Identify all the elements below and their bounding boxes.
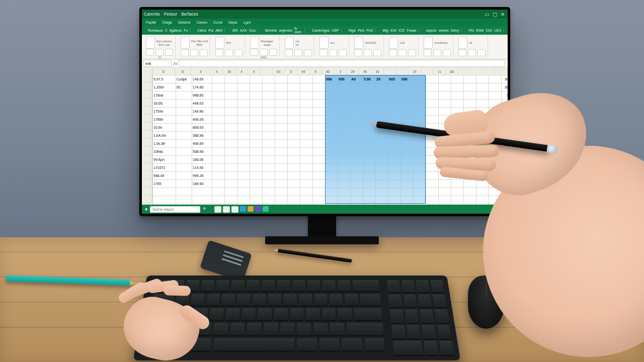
ribbon-secondary-item[interactable]: supors — [426, 29, 437, 32]
ribbon-button[interactable] — [155, 49, 164, 56]
cell[interactable]: 600 — [338, 75, 350, 83]
cell[interactable]: 1.200n — [152, 83, 176, 91]
view-page-layout-button[interactable] — [223, 206, 230, 213]
ribbon-secondary-item[interactable]: ICD — [398, 29, 405, 32]
cell[interactable]: 3.90 — [363, 75, 375, 83]
cell[interactable] — [176, 147, 192, 155]
ribbon-secondary-item[interactable]: Fo — [184, 29, 188, 32]
ribbon-button[interactable] — [285, 49, 293, 56]
tab-caves[interactable]: Caves — [197, 20, 207, 25]
worksheet-area[interactable]: DD443848E60646A03286600191118l 088600A03… — [142, 68, 508, 205]
tab-fapile[interactable]: Fapile — [146, 20, 156, 25]
column-header[interactable]: 00 — [372, 68, 384, 75]
column-header[interactable]: 64 — [297, 68, 310, 75]
ribbon-secondary-item[interactable]: anjemes — [279, 29, 292, 32]
ribbon-button[interactable] — [304, 49, 312, 56]
ribbon-button[interactable] — [146, 49, 154, 56]
cell[interactable]: 171072 — [152, 163, 176, 171]
cell[interactable] — [176, 139, 192, 147]
cell[interactable] — [176, 91, 192, 99]
tray-chip-2[interactable] — [248, 206, 254, 212]
ribbon-secondary-item[interactable]: PeS — [358, 29, 364, 32]
ribbon-button[interactable] — [225, 49, 233, 56]
cell[interactable] — [176, 155, 192, 163]
ribbon-secondary-item[interactable]: Clens — [197, 29, 206, 32]
title-menu-1[interactable]: Pessor — [164, 12, 177, 17]
ribbon-secondary-item[interactable]: Camimiges — [312, 29, 330, 32]
cell[interactable] — [176, 131, 192, 139]
ribbon-button[interactable] — [443, 49, 451, 56]
ribbon-button[interactable] — [165, 49, 173, 56]
ribbon-button[interactable] — [339, 49, 347, 56]
ribbon-button[interactable] — [319, 49, 328, 56]
tray-chip-3[interactable] — [255, 206, 261, 212]
cell[interactable]: 109as — [152, 147, 176, 155]
ribbon-secondary-item[interactable]: ABX — [215, 29, 222, 32]
cell[interactable]: 999.28 — [192, 171, 212, 179]
ribbon-button[interactable] — [250, 37, 259, 49]
ribbon-button[interactable] — [424, 37, 433, 49]
column-header[interactable]: 0 — [285, 68, 297, 75]
column-header[interactable] — [421, 68, 434, 75]
tab-coral[interactable]: Coral — [213, 20, 222, 25]
ribbon-secondary-item[interactable]: CBP — [332, 29, 339, 32]
column-header[interactable]: 8 — [248, 68, 261, 75]
row-header-gutter[interactable] — [142, 68, 152, 205]
column-header[interactable]: E6 — [273, 68, 285, 75]
cell[interactable]: 188.08 — [192, 155, 212, 163]
row-header[interactable] — [142, 99, 152, 107]
cell[interactable]: 000 — [400, 75, 413, 83]
column-header[interactable] — [458, 68, 471, 75]
ribbon-button[interactable] — [190, 49, 198, 56]
ribbon-button[interactable] — [181, 49, 189, 56]
ribbon-button[interactable] — [285, 37, 294, 49]
cell[interactable] — [176, 115, 192, 123]
row-header[interactable] — [142, 131, 152, 139]
cell[interactable]: 1788n — [152, 115, 176, 123]
cell[interactable]: A0 — [350, 75, 363, 83]
column-header[interactable]: 38 — [223, 68, 236, 75]
row-header[interactable] — [142, 123, 152, 131]
ribbon-secondary-item[interactable]: Birmine — [265, 29, 277, 32]
cell[interactable]: 868.65 — [192, 123, 212, 131]
cell[interactable]: 508.98 — [192, 147, 212, 155]
row-header[interactable] — [142, 91, 152, 99]
search-icon[interactable]: 🔍 — [203, 207, 207, 211]
cell[interactable]: 66S — [388, 75, 400, 83]
column-header[interactable]: 19 — [409, 68, 421, 75]
ribbon-button[interactable] — [398, 49, 407, 56]
row-header[interactable] — [142, 188, 152, 195]
row-header[interactable] — [142, 171, 152, 179]
column-header[interactable]: 3 — [335, 68, 347, 75]
cell[interactable]: 988 — [489, 91, 508, 99]
title-menu-2[interactable]: Berfaces — [181, 12, 198, 17]
row-header[interactable] — [142, 155, 152, 163]
tab-sepa[interactable]: Sepa — [228, 20, 237, 25]
cell[interactable] — [176, 179, 192, 188]
ribbon-button[interactable] — [373, 49, 381, 56]
cell[interactable]: 988.49 — [152, 171, 176, 179]
cell[interactable]: 388.98 — [192, 131, 212, 139]
status-search[interactable]: Secrer enpod — [150, 206, 200, 213]
fx-icon[interactable]: ƒx — [172, 62, 179, 65]
ribbon-secondary-item[interactable]: IOD — [390, 29, 396, 32]
ribbon-secondary-item[interactable]: Pui — [208, 29, 213, 32]
column-header[interactable]: 4 — [191, 68, 211, 75]
row-header[interactable] — [142, 179, 152, 187]
tab-seisine[interactable]: Seisine — [178, 20, 191, 25]
cell[interactable]: 114.56 — [192, 163, 212, 171]
ribbon-button[interactable] — [260, 49, 268, 56]
row-header[interactable] — [142, 163, 152, 171]
ribbon-secondary-item[interactable]: Romason — [148, 29, 163, 32]
cell[interactable]: 178na — [152, 91, 176, 99]
tray-chip-4[interactable] — [263, 206, 269, 212]
column-header[interactable]: 66 — [359, 68, 372, 75]
cell[interactable]: 088 — [325, 75, 338, 83]
ribbon-button[interactable] — [181, 37, 190, 49]
ribbon-secondary-item[interactable]: OGI — [486, 29, 493, 32]
ribbon-button[interactable] — [269, 49, 277, 56]
cell[interactable]: 5,97.5 — [152, 75, 176, 83]
ribbon-secondary-item[interactable]: UE3 — [494, 29, 501, 32]
ribbon-button[interactable] — [215, 37, 224, 49]
window-minimize-button[interactable]: ▭ — [484, 11, 490, 17]
